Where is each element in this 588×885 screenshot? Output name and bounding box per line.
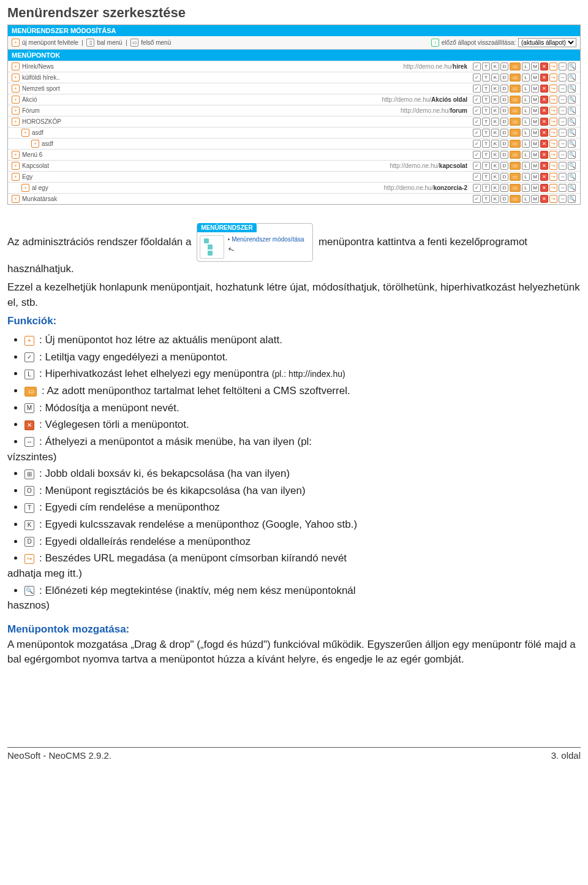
row-action-icon[interactable]: ✕ (540, 63, 548, 70)
row-action-icon[interactable]: K (491, 129, 499, 137)
row-action-icon[interactable]: D (500, 184, 508, 192)
expand-icon[interactable]: + (12, 118, 20, 126)
row-action-icon[interactable]: M (531, 118, 539, 126)
row-action-icon[interactable]: ↪ (549, 129, 557, 137)
row-action-icon[interactable]: 🔍 (568, 85, 576, 93)
row-action-icon[interactable]: K (491, 173, 499, 181)
row-action-icon[interactable]: L (522, 74, 530, 82)
row-action-icon[interactable]: D (500, 74, 508, 82)
left-menu-icon[interactable]: ▯ (86, 39, 94, 47)
menu-row[interactable]: +HOROSZKÓP✓TKD▭LM✕↪↔🔍 (8, 116, 580, 127)
row-action-icon[interactable]: K (491, 151, 499, 159)
expand-icon[interactable]: + (12, 162, 20, 170)
row-action-icon[interactable]: M (531, 107, 539, 115)
row-action-icon[interactable]: ▭ (510, 195, 521, 203)
row-action-icon[interactable]: ↪ (549, 173, 557, 181)
row-action-icon[interactable]: 🔍 (568, 63, 576, 70)
row-action-icon[interactable]: K (491, 140, 499, 148)
top-menu-link[interactable]: felső menü (141, 39, 171, 46)
row-action-icon[interactable]: ✕ (540, 85, 548, 93)
row-action-icon[interactable]: ↪ (549, 85, 557, 93)
row-action-icon[interactable]: ✕ (540, 107, 548, 115)
row-action-icon[interactable]: ▭ (510, 151, 521, 159)
row-action-icon[interactable]: ↪ (549, 184, 557, 192)
menu-row[interactable]: +külföldi hírek..✓TKD▭LM✕↪↔🔍 (8, 72, 580, 83)
row-action-icon[interactable]: ↔ (559, 107, 567, 115)
new-menu-link[interactable]: új menüpont felvitele (22, 39, 78, 46)
row-action-icon[interactable]: M (531, 96, 539, 104)
row-action-icon[interactable]: 🔍 (568, 96, 576, 104)
restore-select[interactable]: (aktuális állapot) (518, 38, 576, 47)
row-action-icon[interactable]: ✕ (540, 140, 548, 148)
left-menu-link[interactable]: bal menü (97, 39, 122, 46)
row-action-icon[interactable]: 🔍 (568, 107, 576, 115)
row-action-icon[interactable]: L (522, 184, 530, 192)
row-action-icon[interactable]: ↪ (549, 107, 557, 115)
menu-row[interactable]: +Kapcsolathttp://demo.ne.hu/kapcsolat✓TK… (8, 160, 580, 171)
row-action-icon[interactable]: M (531, 140, 539, 148)
row-action-icon[interactable]: M (531, 184, 539, 192)
expand-icon[interactable]: + (12, 151, 20, 159)
row-action-icon[interactable]: T (482, 107, 490, 115)
row-action-icon[interactable]: ▭ (510, 173, 521, 181)
row-action-icon[interactable]: L (522, 195, 530, 203)
row-action-icon[interactable]: K (491, 63, 499, 70)
row-action-icon[interactable]: ↪ (549, 140, 557, 148)
expand-icon[interactable]: + (31, 140, 39, 148)
row-action-icon[interactable]: D (500, 63, 508, 70)
row-action-icon[interactable]: L (522, 107, 530, 115)
row-action-icon[interactable]: ✓ (473, 184, 481, 192)
row-action-icon[interactable]: T (482, 195, 490, 203)
row-action-icon[interactable]: M (531, 151, 539, 159)
row-action-icon[interactable]: T (482, 63, 490, 70)
menu-row[interactable]: +Nemzeti sport✓TKD▭LM✕↪↔🔍 (8, 83, 580, 94)
row-action-icon[interactable]: ✕ (540, 129, 548, 137)
row-action-icon[interactable]: ✕ (540, 173, 548, 181)
row-action-icon[interactable]: K (491, 118, 499, 126)
expand-icon[interactable]: + (12, 173, 20, 181)
row-action-icon[interactable]: ✓ (473, 118, 481, 126)
row-action-icon[interactable]: ↪ (549, 118, 557, 126)
add-icon[interactable]: + (12, 39, 20, 47)
row-action-icon[interactable]: ↔ (559, 162, 567, 170)
row-action-icon[interactable]: ✓ (473, 74, 481, 82)
row-action-icon[interactable]: ↔ (559, 195, 567, 203)
row-action-icon[interactable]: ▭ (510, 184, 521, 192)
expand-icon[interactable]: + (12, 195, 20, 203)
row-action-icon[interactable]: ✕ (540, 195, 548, 203)
row-action-icon[interactable]: ✓ (473, 129, 481, 137)
row-action-icon[interactable]: ↪ (549, 151, 557, 159)
expand-icon[interactable]: + (21, 184, 29, 192)
row-action-icon[interactable]: ↔ (559, 151, 567, 159)
menu-row[interactable]: +al egyhttp://demo.ne.hu/konzorcia-2✓TKD… (8, 182, 580, 193)
row-action-icon[interactable]: ▭ (510, 129, 521, 137)
row-action-icon[interactable]: D (500, 140, 508, 148)
row-action-icon[interactable]: K (491, 74, 499, 82)
expand-icon[interactable]: + (12, 63, 20, 70)
row-action-icon[interactable]: T (482, 140, 490, 148)
row-action-icon[interactable]: ✕ (540, 162, 548, 170)
row-action-icon[interactable]: K (491, 85, 499, 93)
expand-icon[interactable]: + (12, 85, 20, 93)
row-action-icon[interactable]: L (522, 118, 530, 126)
row-action-icon[interactable]: ↔ (559, 129, 567, 137)
row-action-icon[interactable]: 🔍 (568, 129, 576, 137)
row-action-icon[interactable]: ✓ (473, 63, 481, 70)
row-action-icon[interactable]: M (531, 74, 539, 82)
row-action-icon[interactable]: L (522, 96, 530, 104)
menu-row[interactable]: +Akcióhttp://demo.ne.hu/Akciós oldal✓TKD… (8, 94, 580, 105)
row-action-icon[interactable]: ✓ (473, 85, 481, 93)
row-action-icon[interactable]: ✓ (473, 162, 481, 170)
menu-row[interactable]: +Menü 6✓TKD▭LM✕↪↔🔍 (8, 149, 580, 160)
row-action-icon[interactable]: D (500, 173, 508, 181)
row-action-icon[interactable]: L (522, 63, 530, 70)
row-action-icon[interactable]: ↔ (559, 173, 567, 181)
row-action-icon[interactable]: T (482, 129, 490, 137)
row-action-icon[interactable]: ↪ (549, 96, 557, 104)
row-action-icon[interactable]: K (491, 184, 499, 192)
row-action-icon[interactable]: D (500, 129, 508, 137)
row-action-icon[interactable]: T (482, 173, 490, 181)
menu-row[interactable]: +Fórumhttp://demo.ne.hu/forum✓TKD▭LM✕↪↔🔍 (8, 105, 580, 116)
row-action-icon[interactable]: ▭ (510, 107, 521, 115)
row-action-icon[interactable]: ↪ (549, 162, 557, 170)
